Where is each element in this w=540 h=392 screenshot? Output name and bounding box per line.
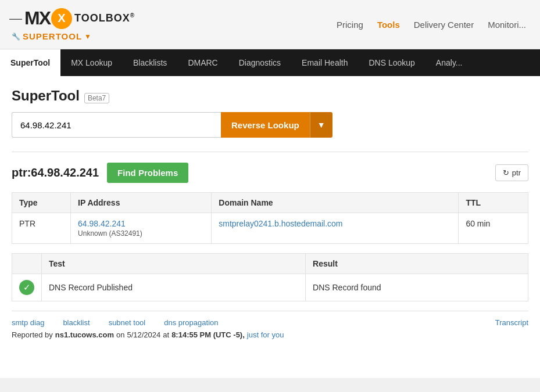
cell-ip: 64.98.42.241 Unknown (AS32491): [71, 213, 212, 244]
ip-link[interactable]: 64.98.42.241: [78, 219, 126, 228]
page-title-row: SuperTool Beta7: [12, 88, 528, 104]
col-domain: Domain Name: [212, 193, 459, 213]
ptr-left: ptr:64.98.42.241 Find Problems: [12, 163, 188, 183]
footer-date: 5/12/2024: [127, 330, 160, 339]
footer-link-dns-propagation[interactable]: dns propagation: [164, 318, 218, 327]
table-row: PTR 64.98.42.241 Unknown (AS32491) smtpr…: [12, 213, 528, 244]
reverse-lookup-dropdown-button[interactable]: ▼: [310, 112, 332, 138]
reverse-lookup-button[interactable]: Reverse Lookup: [221, 112, 310, 138]
page-title: SuperTool: [12, 88, 80, 104]
tab-blacklists[interactable]: Blacklists: [123, 49, 177, 76]
ptr-refresh-button[interactable]: ↻ ptr: [495, 164, 528, 181]
supertool-dropdown-icon[interactable]: ▼: [84, 33, 91, 41]
col-status-icon: [12, 254, 42, 274]
results-table: Type IP Address Domain Name TTL PTR 64.9…: [12, 192, 528, 244]
footer-at: at: [163, 330, 169, 339]
tab-dns-lookup[interactable]: DNS Lookup: [358, 49, 425, 76]
logo-area: — MX X TOOLBOX® 🔧 SUPERTOOL ▼: [9, 8, 135, 41]
cell-test-result: DNS Record found: [306, 274, 528, 301]
col-ttl: TTL: [459, 193, 528, 213]
cell-ttl: 60 min: [459, 213, 528, 244]
cell-status: ✓: [12, 274, 42, 301]
footer-reported-by: Reported by: [12, 330, 53, 339]
supertool-text: SUPERTOOL: [23, 31, 82, 41]
footer-time: 8:14:55 PM (UTC -5),: [171, 330, 245, 339]
search-row: Reverse Lookup ▼: [12, 112, 528, 138]
cell-domain: smtprelay0241.b.hostedemail.com: [212, 213, 459, 244]
footer-text: Reported by ns1.tucows.com on 5/12/2024 …: [12, 330, 528, 339]
check-icon: ✓: [19, 280, 34, 295]
col-type: Type: [12, 193, 71, 213]
ptr-section: ptr:64.98.42.241 Find Problems ↻ ptr Typ…: [12, 152, 528, 339]
tab-mx-lookup[interactable]: MX Lookup: [60, 49, 123, 76]
footer-ns: ns1.tucows.com: [55, 330, 114, 339]
cell-type: PTR: [12, 213, 71, 244]
nav-monitoring[interactable]: Monitori...: [488, 20, 526, 30]
cell-test-name: DNS Record Published: [42, 274, 306, 301]
footer-link-blacklist[interactable]: blacklist: [63, 318, 90, 327]
supertool-icon: 🔧: [12, 33, 20, 41]
tab-bar: SuperTool MX Lookup Blacklists DMARC Dia…: [0, 49, 540, 76]
tab-email-health[interactable]: Email Health: [291, 49, 358, 76]
nav-pricing[interactable]: Pricing: [337, 20, 363, 30]
footer-transcript-link[interactable]: Transcript: [495, 318, 528, 327]
tab-supertool[interactable]: SuperTool: [0, 49, 60, 76]
logo-image: — MX X TOOLBOX®: [9, 8, 135, 29]
ip-subdomain: Unknown (AS32491): [78, 229, 204, 238]
footer-on: on: [116, 330, 124, 339]
nav-links: Pricing Tools Delivery Center Monitori..…: [337, 20, 526, 30]
find-problems-button[interactable]: Find Problems: [107, 163, 188, 183]
beta-badge: Beta7: [84, 93, 109, 103]
logo-x-circle: X: [51, 8, 72, 29]
footer-just-for-you[interactable]: just for you: [247, 330, 284, 339]
header: — MX X TOOLBOX® 🔧 SUPERTOOL ▼ Pricing To…: [0, 0, 540, 49]
footer-links: smtp diag blacklist subnet tool dns prop…: [12, 316, 528, 327]
col-result: Result: [306, 254, 528, 274]
ptr-label: ptr: [512, 168, 521, 177]
footer-section: smtp diag blacklist subnet tool dns prop…: [12, 311, 528, 339]
logo-toolbox-text: TOOLBOX®: [74, 12, 135, 24]
search-input[interactable]: [12, 112, 221, 138]
refresh-icon: ↻: [503, 168, 509, 177]
logo-mx-text: MX: [24, 8, 50, 29]
tab-diagnostics[interactable]: Diagnostics: [228, 49, 291, 76]
footer-link-smtp[interactable]: smtp diag: [12, 318, 44, 327]
test-table: Test Result ✓ DNS Record Published DNS R…: [12, 253, 528, 301]
ptr-address: ptr:64.98.42.241: [12, 166, 99, 179]
domain-link[interactable]: smtprelay0241.b.hostedemail.com: [219, 219, 342, 228]
main-content: SuperTool Beta7 Reverse Lookup ▼ ptr:64.…: [0, 76, 540, 378]
ptr-header: ptr:64.98.42.241 Find Problems ↻ ptr: [12, 163, 528, 183]
nav-tools[interactable]: Tools: [377, 20, 400, 30]
supertool-label[interactable]: 🔧 SUPERTOOL ▼: [9, 31, 91, 41]
footer-link-subnet[interactable]: subnet tool: [109, 318, 146, 327]
test-table-row: ✓ DNS Record Published DNS Record found: [12, 274, 528, 301]
tab-dmarc[interactable]: DMARC: [177, 49, 228, 76]
col-test: Test: [42, 254, 306, 274]
col-ip: IP Address: [71, 193, 212, 213]
nav-delivery-center[interactable]: Delivery Center: [414, 20, 474, 30]
tab-analytics[interactable]: Analy...: [425, 49, 473, 76]
logo-dash-icon: —: [9, 11, 22, 26]
